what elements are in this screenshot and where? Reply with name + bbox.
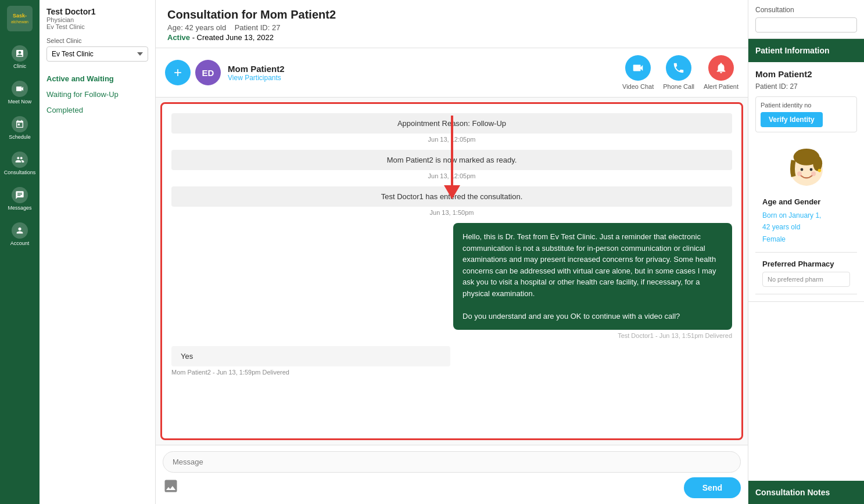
patient-name-section: Mom Patient2 View Participants: [228, 64, 285, 82]
select-clinic-label: Select Clinic: [46, 37, 148, 44]
chat-container: + ED Mom Patient2 View Participants Vide…: [156, 48, 748, 504]
patient-avatar-img: [783, 144, 830, 190]
sidebar-item-meet-now[interactable]: Meet Now: [0, 76, 40, 109]
info-patient-id: Patient ID: 27: [755, 82, 857, 91]
doctor-entered-time: Jun 13, 1:50pm: [171, 209, 732, 216]
patient-avatar: ED: [195, 60, 221, 85]
svg-point-5: [813, 156, 822, 171]
view-participants-link[interactable]: View Participants: [228, 74, 285, 82]
sidebar-item-consultations[interactable]: Consultations: [0, 147, 40, 180]
sidebar-item-account[interactable]: Account: [0, 218, 40, 251]
sidebar-item-schedule[interactable]: Schedule: [0, 111, 40, 145]
sidebar-item-messages-label: Messages: [8, 205, 31, 211]
account-icon: [12, 222, 28, 239]
identity-label: Patient identity no: [761, 102, 852, 109]
alert-patient-icon: [708, 55, 734, 81]
send-button[interactable]: Send: [684, 477, 741, 498]
doctor-name: Test Doctor1: [46, 7, 148, 16]
phone-call-button[interactable]: Phone Call: [663, 55, 694, 90]
patient-message-meta: Mom Patient2 - Jun 13, 1:59pm Delivered: [171, 369, 732, 376]
doctor-message-text: Hello, this is Dr. Test from Ev Test Cli…: [463, 232, 716, 321]
clinic-selector[interactable]: Ev Test Clinic: [46, 46, 148, 62]
born-date: Born on January 1,: [762, 210, 850, 221]
alert-patient-label: Alert Patient: [704, 83, 738, 90]
consultation-age: Age: 42 years old: [167, 23, 226, 32]
patient-age: 42 years old: [762, 221, 850, 233]
svg-point-9: [797, 171, 802, 176]
phone-call-icon: [666, 55, 691, 81]
pharmacy-title: Preferred Pharmacy: [762, 260, 850, 268]
age-gender-section: Age and Gender Born on January 1, 42 yea…: [755, 197, 857, 253]
sidebar-logo: Sask- atchewan: [7, 6, 33, 34]
nav-completed[interactable]: Completed: [46, 102, 148, 118]
messages-area: Appointment Reason: Follow-Up Jun 13, 12…: [160, 102, 743, 440]
consultation-status: Active - Created June 13, 2022: [167, 33, 736, 42]
consultation-created: - Created June 13, 2022: [192, 33, 274, 42]
sidebar-item-meet-now-label: Meet Now: [8, 99, 32, 105]
main-content: Consultation for Mom Patient2 Age: 42 ye…: [156, 0, 748, 504]
video-chat-button[interactable]: Video Chat: [622, 55, 654, 90]
arrow-indicator: [444, 116, 460, 199]
svg-text:atchewan: atchewan: [11, 20, 28, 24]
chat-header: + ED Mom Patient2 View Participants Vide…: [156, 48, 748, 98]
patient-avatar-section: [755, 137, 857, 197]
nav-active-waiting[interactable]: Active and Waiting: [46, 71, 148, 87]
identity-verification-box: Patient identity no Verify Identity: [755, 96, 857, 132]
consultation-patient-id-value: 27: [272, 23, 280, 32]
consultation-id-input[interactable]: [755, 17, 857, 33]
chat-actions: Video Chat Phone Call Alert Patient: [622, 55, 738, 90]
attach-image-button[interactable]: [163, 478, 179, 498]
doctor-message-wrapper: Hello, this is Dr. Test from Ev Test Cli…: [453, 223, 732, 339]
patient-gender: Female: [762, 233, 850, 245]
video-chat-icon: [625, 55, 651, 81]
phone-call-label: Phone Call: [663, 83, 694, 90]
patient-info-title: Patient Information: [755, 46, 857, 55]
messages-icon: [12, 187, 28, 203]
svg-rect-0: [7, 6, 33, 31]
pharmacy-section: Preferred Pharmacy No preferred pharm: [755, 253, 857, 294]
age-gender-title: Age and Gender: [762, 197, 850, 206]
doctor-role: Physician: [46, 16, 148, 23]
svg-point-10: [811, 171, 816, 176]
message-input[interactable]: [163, 451, 741, 473]
doctor-message-bubble: Hello, this is Dr. Test from Ev Test Cli…: [453, 223, 732, 330]
consultation-patient-id-label: Patient ID:: [235, 23, 270, 32]
sidebar-item-clinic-label: Clinic: [13, 63, 26, 69]
right-panel-top: Consultation: [748, 0, 864, 39]
svg-point-6: [800, 168, 803, 171]
svg-point-8: [818, 169, 821, 172]
info-patient-name: Mom Patient2: [755, 69, 857, 79]
nav-waiting-followup[interactable]: Waiting for Follow-Up: [46, 87, 148, 102]
verify-identity-button[interactable]: Verify Identity: [761, 112, 823, 127]
doctor-message-meta: Test Doctor1 - Jun 13, 1:51pm Delivered: [453, 332, 732, 339]
left-panel: Test Doctor1 Physician Ev Test Clinic Se…: [40, 0, 156, 504]
arrow-line: [451, 116, 453, 185]
svg-point-7: [809, 168, 812, 171]
add-participant-button[interactable]: +: [165, 60, 191, 85]
doctor-clinic: Ev Test Clinic: [46, 23, 148, 30]
consultation-header: Consultation for Mom Patient2 Age: 42 ye…: [156, 0, 748, 48]
age-gender-detail: Born on January 1, 42 years old Female: [762, 210, 850, 245]
consultation-meta: Age: 42 years old Patient ID: 27: [167, 23, 736, 32]
right-panel-consultation-label: Consultation: [755, 6, 857, 14]
patient-info-card: Mom Patient2 Patient ID: 27 Patient iden…: [748, 62, 864, 302]
sidebar-item-schedule-label: Schedule: [9, 134, 31, 140]
consultation-notes-title: Consultation Notes: [755, 488, 857, 497]
consultation-notes-section: Consultation Notes: [748, 481, 864, 504]
right-panel: Consultation Patient Information Mom Pat…: [748, 0, 864, 504]
pharmacy-value: No preferred pharm: [762, 272, 850, 287]
patient-message-bubble: Yes: [171, 346, 450, 366]
input-actions: Send: [163, 477, 741, 498]
status-active: Active: [167, 33, 190, 42]
consultations-icon: [12, 152, 28, 168]
message-input-area: Send: [156, 445, 748, 504]
sidebar-item-consultations-label: Consultations: [4, 170, 36, 175]
alert-patient-button[interactable]: Alert Patient: [704, 55, 738, 90]
sidebar-item-account-label: Account: [10, 240, 30, 246]
sidebar-item-clinic[interactable]: Clinic: [0, 41, 40, 74]
patient-chat-name: Mom Patient2: [228, 64, 285, 74]
patient-message-wrapper: Yes Mom Patient2 - Jun 13, 1:59pm Delive…: [171, 346, 732, 376]
clinic-icon: [12, 45, 28, 62]
consultation-title: Consultation for Mom Patient2: [167, 8, 736, 21]
sidebar-item-messages[interactable]: Messages: [0, 182, 40, 215]
